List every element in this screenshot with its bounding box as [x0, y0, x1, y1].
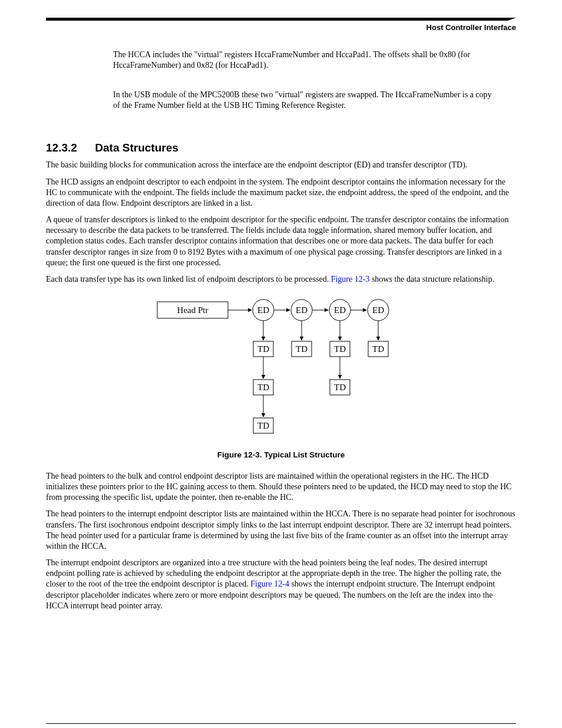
svg-text:ED: ED [257, 305, 269, 315]
body-paragraph-5: The head pointers to the bulk and contro… [46, 471, 516, 503]
body-p4-text-a: Each data transfer type has its own link… [46, 275, 331, 284]
svg-text:TD: TD [334, 383, 346, 392]
body-paragraph-2: The HCD assigns an endpoint descriptor t… [46, 177, 516, 209]
footer-guide: MPC5200B Users Guide, Rev. 1 [46, 723, 516, 728]
figure-12-4-link[interactable]: Figure 12-4 [250, 579, 289, 588]
svg-text:ED: ED [372, 305, 384, 315]
diagram-td-row3: TD [253, 418, 273, 433]
diagram-head-ptr-label: Head Ptr [177, 305, 209, 315]
body-paragraph-7: The interrupt endpoint descriptors are o… [46, 558, 516, 611]
section-title: Data Structures [95, 141, 178, 154]
body-paragraph-6: The head pointers to the interrupt endpo… [46, 509, 516, 552]
diagram-td-row2: TD TD [253, 380, 350, 395]
section-number: 12.3.2 [46, 141, 92, 156]
figure-diagram: Head Ptr ED ED ED ED TD TD TD TD TD TD [154, 294, 408, 442]
diagram-td-row1: TD TD TD TD [253, 341, 388, 357]
section-heading: 12.3.2 Data Structures [46, 141, 516, 156]
svg-text:TD: TD [372, 344, 384, 354]
svg-text:TD: TD [257, 383, 269, 392]
body-paragraph-1: The basic building blocks for communicat… [46, 160, 516, 170]
body-paragraph-3: A queue of transfer descriptors is linke… [46, 215, 516, 268]
svg-text:TD: TD [257, 421, 269, 430]
body-p4-text-b: shows the data structure relationship. [369, 275, 494, 284]
header-section-title: Host Controller Interface [46, 23, 516, 33]
svg-text:ED: ED [334, 305, 346, 315]
body-paragraph-4: Each data transfer type has its own link… [46, 274, 516, 285]
intro-paragraph-1: The HCCA includes the "virtual" register… [113, 50, 498, 71]
svg-text:TD: TD [257, 344, 269, 354]
svg-text:TD: TD [296, 344, 308, 354]
figure-12-3-link[interactable]: Figure 12-3 [331, 275, 370, 284]
svg-text:ED: ED [296, 305, 308, 315]
header-rule [46, 18, 516, 21]
figure-caption: Figure 12-3. Typical List Structure [46, 450, 516, 460]
intro-paragraph-2: In the USB module of the MPC5200B these … [113, 90, 498, 111]
svg-text:TD: TD [334, 344, 346, 354]
